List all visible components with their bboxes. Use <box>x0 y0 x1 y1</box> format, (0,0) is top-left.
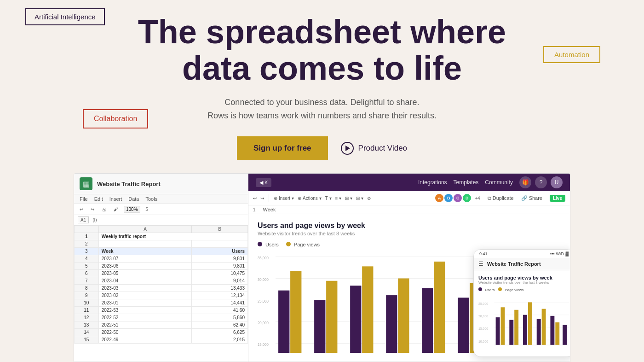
formula-text: (f) <box>92 217 97 222</box>
svg-text:35,000: 35,000 <box>258 255 269 260</box>
table-row: 14 2022-50 6,625 <box>75 329 248 336</box>
undo-toolbar-button[interactable]: ↩ <box>253 196 257 201</box>
svg-text:20,000: 20,000 <box>258 320 269 325</box>
svg-rect-16 <box>386 295 397 353</box>
col-a-header[interactable]: A <box>98 226 192 233</box>
svg-text:25,000: 25,000 <box>478 301 488 305</box>
svg-rect-40 <box>528 302 532 345</box>
play-icon <box>341 142 354 155</box>
mobile-chart-title: Users and page views by week <box>478 275 569 280</box>
svg-rect-36 <box>501 307 505 345</box>
formula-bar: A1 (f) <box>74 215 248 225</box>
svg-rect-39 <box>523 315 527 345</box>
cell-address-row: 1 Week <box>248 205 570 214</box>
svg-rect-10 <box>278 291 289 353</box>
sp-toolbar: ↩ ↪ 🖨 🖌 100% $ <box>74 204 248 215</box>
svg-rect-20 <box>458 298 469 353</box>
mobile-menu-icon[interactable]: ☰ <box>478 261 483 267</box>
menu-data[interactable]: Data <box>128 196 139 202</box>
svg-text:25,000: 25,000 <box>258 298 269 304</box>
nav-community[interactable]: Community <box>485 179 513 186</box>
mobile-chart-subtitle: Website visitor trends over the last 8 w… <box>478 280 569 285</box>
collaborator-avatars: A B C D +4 <box>436 193 480 203</box>
align-button[interactable]: ≡ ▾ <box>335 196 342 201</box>
svg-rect-42 <box>542 309 546 345</box>
nav-left: ◀ K <box>256 178 271 187</box>
mobile-chart-area: Users and page views by week Website vis… <box>474 270 570 356</box>
menu-tools[interactable]: Tools <box>145 196 157 202</box>
duplicate-button[interactable]: ⧉ Duplicate <box>488 195 514 201</box>
insert-button[interactable]: ⊕ Insert ▾ <box>274 196 294 201</box>
menu-file[interactable]: File <box>80 196 88 202</box>
cta-row: Sign up for free Product Video <box>0 136 644 160</box>
paint-icon[interactable]: 🖌 <box>112 206 120 213</box>
help-icon[interactable]: ? <box>535 176 547 188</box>
share-button[interactable]: 🔗 Share <box>521 195 542 201</box>
row-num-header <box>75 226 99 233</box>
sp-titlebar: ▦ Website Traffic Report <box>74 174 248 194</box>
grid-button[interactable]: ⊟ ▾ <box>356 196 363 201</box>
menu-edit[interactable]: Edit <box>94 196 103 202</box>
chart-title: Users and page views by week <box>258 222 561 230</box>
battery-icon: ▓ <box>565 251 569 256</box>
mobile-time: 9:41 <box>479 251 488 256</box>
nav-templates[interactable]: Templates <box>454 179 479 186</box>
signal-icon: ▪▪▪ <box>550 251 555 256</box>
sub-toolbar: ↩ ↪ ⊕ Insert ▾ ⊕ Actions ▾ T ▾ ≡ ▾ ⊞ ▾ ⊟… <box>248 191 570 205</box>
table-row: 8 2023-03 13,433 <box>75 285 248 292</box>
mobile-legend-pv: Page views <box>498 287 523 292</box>
print-icon[interactable]: 🖨 <box>100 206 108 213</box>
live-badge: Live <box>550 195 565 202</box>
undo-icon[interactable]: ↩ <box>78 206 85 213</box>
mobile-nav: ☰ Website Traffic Report <box>474 258 570 270</box>
user-avatar[interactable]: U <box>551 176 563 188</box>
mobile-bar-chart: 25,000 20,000 15,000 10,000 <box>478 295 569 350</box>
svg-text:30,000: 30,000 <box>258 277 269 282</box>
svg-rect-17 <box>398 279 409 353</box>
redo-icon[interactable]: ↪ <box>89 206 96 213</box>
chart-panel: ◀ K Integrations Templates Community 🎁 ?… <box>248 173 570 362</box>
signup-button[interactable]: Sign up for free <box>237 136 328 160</box>
legend-users-dot <box>258 242 262 246</box>
col-b-header[interactable]: B <box>192 226 248 233</box>
svg-rect-11 <box>290 271 301 353</box>
svg-rect-18 <box>422 288 433 353</box>
avatar-2: B <box>443 193 454 203</box>
zoom-select[interactable]: 100% <box>124 206 140 213</box>
legend-users: Users <box>258 242 279 247</box>
svg-rect-37 <box>509 320 513 345</box>
eraser-button[interactable]: ⊘ <box>367 196 371 201</box>
svg-rect-44 <box>555 322 559 345</box>
svg-rect-41 <box>537 319 541 345</box>
table-row: 3 Week Users <box>75 248 248 255</box>
table-row: 1 Weekly traffic report <box>75 233 248 240</box>
svg-rect-19 <box>434 262 445 353</box>
nav-right: Integrations Templates Community 🎁 ? U <box>418 176 563 188</box>
gift-icon[interactable]: 🎁 <box>519 176 531 188</box>
nav-back-button[interactable]: ◀ K <box>256 178 271 187</box>
table-row: 13 2022-51 62,40 <box>75 321 248 329</box>
app-navbar: ◀ K Integrations Templates Community 🎁 ?… <box>248 174 570 191</box>
extra-avatars: +4 <box>475 196 480 201</box>
menu-insert[interactable]: Insert <box>109 196 122 202</box>
wifi-icon: WiFi <box>556 251 564 256</box>
cell-reference[interactable]: A1 <box>78 216 89 223</box>
chart-legend: Users Page views <box>258 242 561 247</box>
dollar-icon[interactable]: $ <box>144 206 150 213</box>
nav-integrations[interactable]: Integrations <box>418 179 447 186</box>
product-video-button[interactable]: Product Video <box>341 142 407 155</box>
legend-pv-dot <box>286 242 291 246</box>
legend-pv: Page views <box>286 242 320 247</box>
spreadsheet-title: Website Traffic Report <box>97 181 161 187</box>
svg-rect-15 <box>362 266 373 353</box>
text-format-button[interactable]: T ▾ <box>325 196 332 201</box>
mobile-legend-users: Users <box>478 287 494 292</box>
table-row: 12 2022-52 5,860 <box>75 314 248 321</box>
col-header-label: Week <box>263 207 276 212</box>
table-row: 7 2023-04 9,014 <box>75 277 248 285</box>
svg-text:20,000: 20,000 <box>478 314 488 318</box>
view-button[interactable]: ⊞ ▾ <box>345 196 352 201</box>
redo-toolbar-button[interactable]: ↪ <box>260 196 264 201</box>
sp-menubar: File Edit Insert Data Tools <box>74 194 248 204</box>
actions-button[interactable]: ⊕ Actions ▾ <box>298 196 322 201</box>
